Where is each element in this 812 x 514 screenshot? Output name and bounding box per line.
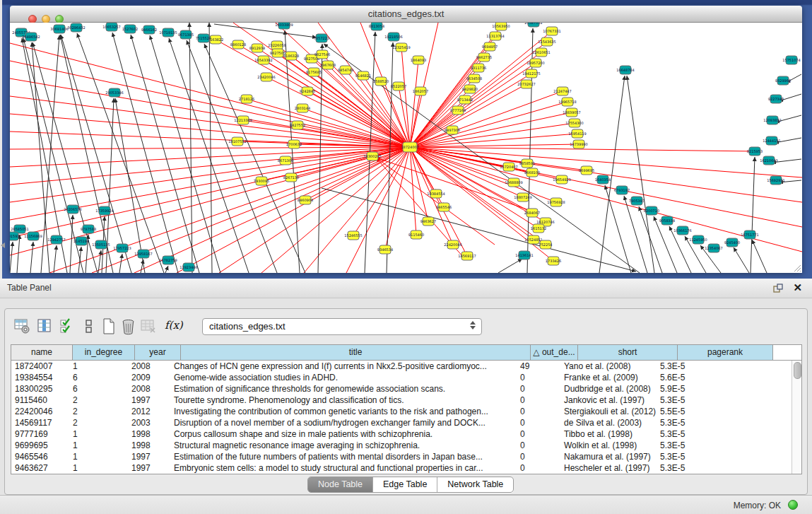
table-scrollbar[interactable]: [792, 361, 801, 474]
column-header-title[interactable]: title: [181, 345, 531, 360]
network-canvas[interactable]: 7163822886012889129342322605898275051654…: [10, 23, 802, 273]
table-cell[interactable]: 6: [69, 372, 128, 383]
table-cell[interactable]: Franke et al. (2009): [560, 372, 657, 383]
splitter-collapse-icon[interactable]: [1, 243, 5, 248]
table-cell[interactable]: 49: [517, 361, 560, 372]
table-row[interactable]: 1938455462009Genome-wide association stu…: [11, 372, 801, 383]
show-columns-icon[interactable]: [36, 317, 54, 336]
table-cell[interactable]: 5.3E-5: [657, 395, 748, 406]
table-cell[interactable]: Embryonic stem cells: a model to study s…: [170, 462, 517, 474]
table-cell[interactable]: 5.3E-5: [657, 428, 748, 440]
table-cell[interactable]: 6: [69, 383, 128, 395]
table-cell[interactable]: 22420046: [11, 406, 69, 417]
table-cell[interactable]: 18300295: [11, 383, 69, 395]
citation-network-graph[interactable]: 7163822886012889129342322605898275051654…: [10, 23, 802, 273]
table-cell[interactable]: 1997: [128, 395, 170, 406]
delete-table-icon[interactable]: [139, 317, 158, 336]
table-cell[interactable]: 9115460: [11, 395, 69, 406]
table-cell[interactable]: 5.3E-5: [657, 451, 748, 462]
table-cell[interactable]: 5.3E-5: [657, 361, 748, 372]
table-cell[interactable]: 9463627: [11, 462, 69, 474]
table-cell[interactable]: 2: [69, 395, 128, 406]
table-settings-icon[interactable]: [13, 317, 32, 336]
table-cell[interactable]: 1997: [128, 462, 170, 474]
function-builder-icon[interactable]: f(x): [165, 319, 189, 337]
new-column-icon[interactable]: [100, 317, 118, 336]
table-row[interactable]: 2242004622012Investigating the contribut…: [11, 406, 801, 417]
table-row[interactable]: 977716911998Corpus callosum shape and si…: [11, 428, 801, 440]
table-row[interactable]: 911546021997Tourette syndrome. Phenomeno…: [11, 395, 801, 406]
network-window[interactable]: citations_edges.txt 71638228860128891293…: [10, 6, 802, 272]
column-header-out_de[interactable]: △ out_de...: [531, 345, 578, 360]
table-cell[interactable]: Tourette syndrome. Phenomenology and cla…: [170, 395, 517, 406]
table-cell[interactable]: Estimation of significance thresholds fo…: [170, 383, 517, 395]
table-cell[interactable]: 0: [517, 395, 560, 406]
table-cell[interactable]: Dudbridge et al. (2008): [560, 383, 657, 395]
table-cell[interactable]: 5.3E-5: [657, 417, 748, 428]
table-cell[interactable]: 2012: [128, 406, 170, 417]
table-cell[interactable]: Investigating the contribution of common…: [170, 406, 517, 417]
table-cell[interactable]: 0: [517, 406, 560, 417]
table-cell[interactable]: 1997: [128, 451, 170, 462]
column-header-name[interactable]: name: [11, 345, 73, 360]
table-cell[interactable]: Tibbo et al. (1998): [560, 428, 657, 440]
node-table[interactable]: namein_degreeyeartitle△ out_de...shortpa…: [11, 344, 802, 474]
row-height-icon[interactable]: [80, 317, 98, 336]
table-cell[interactable]: Structural magnetic resonance image aver…: [170, 440, 517, 451]
table-cell[interactable]: 1998: [128, 428, 170, 440]
table-cell[interactable]: Jankovic et al. (1997): [560, 395, 657, 406]
table-cell[interactable]: Genome-wide association studies in ADHD.: [170, 372, 517, 383]
network-window-titlebar[interactable]: citations_edges.txt: [10, 6, 802, 23]
table-cell[interactable]: 1998: [128, 440, 170, 451]
column-header-pagerank[interactable]: pagerank: [678, 345, 773, 360]
table-cell[interactable]: 0: [517, 440, 560, 451]
table-cell[interactable]: 0: [517, 451, 560, 462]
table-cell[interactable]: Changes of HCN gene expression and I(f) …: [170, 361, 517, 372]
canvas-resize-grip-icon[interactable]: [792, 262, 801, 272]
table-cell[interactable]: 5.3E-5: [657, 440, 748, 451]
tab-node-table[interactable]: Node Table: [308, 477, 373, 492]
table-cell[interactable]: 2008: [128, 361, 170, 372]
table-cell[interactable]: 0: [517, 372, 560, 383]
table-cell[interactable]: 0: [517, 417, 560, 428]
table-cell[interactable]: 19384554: [11, 372, 69, 383]
table-row[interactable]: 946362711997Embryonic stem cells: a mode…: [11, 462, 801, 474]
table-cell[interactable]: 5.9E-5: [657, 383, 748, 395]
table-cell[interactable]: 5.3E-5: [657, 462, 748, 474]
table-cell[interactable]: Disruption of a novel member of a sodium…: [170, 417, 517, 428]
table-cell[interactable]: Wolkin et al. (1998): [560, 440, 657, 451]
table-cell[interactable]: 9777169: [11, 428, 69, 440]
table-row[interactable]: 1456911722003Disruption of a novel membe…: [11, 417, 801, 428]
table-cell[interactable]: Estimation of the future numbers of pati…: [170, 451, 517, 462]
table-cell[interactable]: 2008: [128, 383, 170, 395]
table-cell[interactable]: 2: [69, 417, 128, 428]
close-panel-icon[interactable]: ✕: [793, 281, 802, 294]
float-panel-icon[interactable]: [772, 283, 784, 296]
column-header-year[interactable]: year: [135, 345, 181, 360]
table-cell[interactable]: Stergiakouli et al. (2012): [560, 406, 657, 417]
table-cell[interactable]: 18724007: [11, 361, 69, 372]
table-cell[interactable]: 1: [69, 361, 128, 372]
table-cell[interactable]: Hescheler et al. (1997): [560, 462, 657, 474]
table-cell[interactable]: 0: [517, 428, 560, 440]
table-select-dropdown[interactable]: citations_edges.txt: [202, 318, 482, 335]
table-cell[interactable]: 1: [69, 462, 128, 474]
table-cell[interactable]: Nakamura et al. (1997): [560, 451, 657, 462]
table-cell[interactable]: 2: [69, 406, 128, 417]
table-cell[interactable]: 2009: [128, 372, 170, 383]
table-scrollbar-thumb[interactable]: [794, 362, 801, 379]
table-cell[interactable]: 9465546: [11, 451, 69, 462]
column-header-short[interactable]: short: [578, 345, 678, 360]
table-cell[interactable]: Yano et al. (2008): [560, 361, 657, 372]
table-cell[interactable]: 14569117: [11, 417, 69, 428]
table-cell[interactable]: 5.5E-5: [657, 406, 748, 417]
table-cell[interactable]: Corpus callosum shape and size in male p…: [170, 428, 517, 440]
column-header-in_degree[interactable]: in_degree: [73, 345, 135, 360]
table-cell[interactable]: 0: [517, 462, 560, 474]
memory-ok-indicator-icon[interactable]: [788, 500, 798, 510]
table-cell[interactable]: 2003: [128, 417, 170, 428]
table-cell[interactable]: 5.6E-5: [657, 372, 748, 383]
table-cell[interactable]: 9699695: [11, 440, 69, 451]
tab-network-table[interactable]: Network Table: [437, 477, 513, 492]
table-cell[interactable]: de Silva et al. (2003): [560, 417, 657, 428]
